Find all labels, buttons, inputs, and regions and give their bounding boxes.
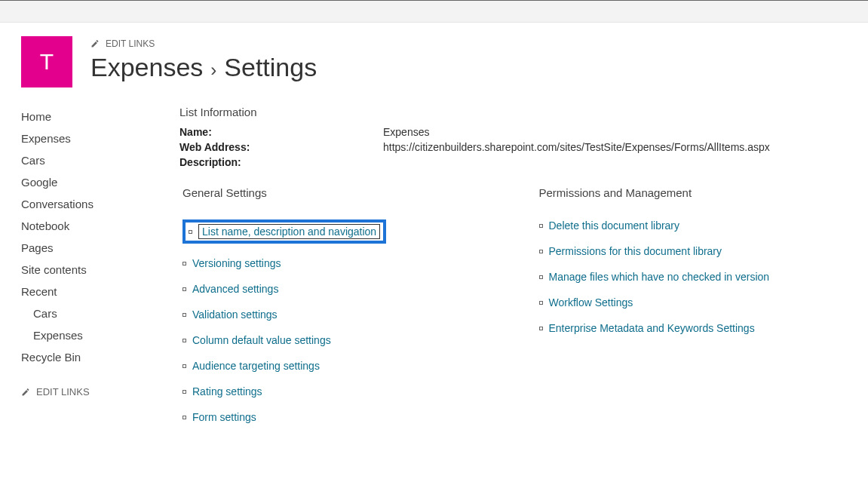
bullet-icon — [182, 416, 186, 419]
bullet-icon — [539, 301, 543, 305]
nav-google[interactable]: Google — [21, 171, 157, 193]
link-rating-settings[interactable]: Rating settings — [192, 385, 262, 397]
bullet-icon — [182, 390, 186, 394]
link-form-settings[interactable]: Form settings — [192, 411, 256, 423]
bullet-icon — [539, 275, 543, 279]
info-desc-label: Description: — [179, 156, 383, 168]
nav-notebook[interactable]: Notebook — [21, 215, 157, 237]
link-permissions-document-library[interactable]: Permissions for this document library — [549, 245, 722, 257]
bullet-icon — [539, 224, 543, 228]
bullet-icon — [182, 287, 186, 291]
site-logo-tile[interactable]: T — [21, 36, 72, 87]
list-info-heading: List Information — [179, 106, 847, 118]
edit-links-bottom[interactable]: EDIT LINKS — [21, 386, 90, 397]
link-versioning-settings[interactable]: Versioning settings — [192, 257, 281, 269]
permissions-heading: Permissions and Management — [536, 186, 848, 199]
edit-links-top[interactable]: EDIT LINKS — [90, 38, 155, 49]
list-info-grid: Name: Expenses Web Address: https://citi… — [179, 126, 847, 168]
info-web-value: https://citizenbuilders.sharepoint.com/s… — [383, 141, 847, 153]
nav-pages[interactable]: Pages — [21, 237, 157, 259]
main-content: List Information Name: Expenses Web Addr… — [179, 106, 847, 430]
bullet-icon — [539, 250, 543, 253]
bullet-icon — [182, 262, 186, 265]
info-web-label: Web Address: — [179, 141, 383, 153]
info-name-value: Expenses — [383, 126, 847, 138]
link-manage-unchecked-in-files[interactable]: Manage files which have no checked in ve… — [549, 271, 770, 283]
link-advanced-settings[interactable]: Advanced settings — [192, 283, 278, 295]
nav-cars[interactable]: Cars — [21, 149, 157, 171]
link-column-default-value-settings[interactable]: Column default value settings — [192, 334, 331, 346]
link-list-name-description-navigation[interactable]: List name, description and navigation — [198, 224, 380, 239]
nav-recent-cars[interactable]: Cars — [21, 302, 157, 324]
info-name-label: Name: — [179, 126, 383, 138]
bullet-icon — [182, 364, 186, 368]
edit-links-label: EDIT LINKS — [106, 38, 155, 49]
link-audience-targeting-settings[interactable]: Audience targeting settings — [192, 360, 320, 372]
bullet-icon — [182, 313, 186, 317]
link-enterprise-metadata-settings[interactable]: Enterprise Metadata and Keywords Setting… — [549, 322, 755, 334]
breadcrumb-part2: Settings — [224, 53, 317, 82]
edit-links-label: EDIT LINKS — [36, 386, 90, 397]
bullet-icon — [182, 339, 186, 342]
quick-launch-nav: Home Expenses Cars Google Conversations … — [21, 106, 157, 399]
nav-recycle-bin[interactable]: Recycle Bin — [21, 346, 157, 368]
general-settings-heading: General Settings — [179, 186, 491, 199]
page-header: T EDIT LINKS Expenses › Settings — [21, 36, 847, 87]
highlighted-link-box: List name, description and navigation — [182, 219, 386, 244]
permissions-column: Permissions and Management Delete this d… — [536, 186, 848, 430]
top-bar — [0, 0, 868, 23]
nav-recent[interactable]: Recent — [21, 281, 157, 302]
nav-conversations[interactable]: Conversations — [21, 193, 157, 215]
pencil-icon — [21, 388, 30, 397]
breadcrumb-separator-icon: › — [210, 60, 216, 81]
link-delete-document-library[interactable]: Delete this document library — [549, 219, 680, 232]
bullet-icon — [539, 327, 543, 330]
page-title: Expenses › Settings — [90, 53, 847, 82]
nav-expenses[interactable]: Expenses — [21, 127, 157, 149]
pencil-icon — [90, 39, 100, 48]
info-desc-value — [383, 156, 847, 168]
nav-home[interactable]: Home — [21, 106, 157, 127]
link-workflow-settings[interactable]: Workflow Settings — [549, 296, 633, 308]
nav-site-contents[interactable]: Site contents — [21, 259, 157, 281]
general-settings-column: General Settings List name, description … — [179, 186, 491, 430]
breadcrumb-part1[interactable]: Expenses — [90, 53, 203, 82]
bullet-icon — [189, 230, 192, 234]
link-validation-settings[interactable]: Validation settings — [192, 308, 278, 321]
nav-recent-expenses[interactable]: Expenses — [21, 324, 157, 346]
